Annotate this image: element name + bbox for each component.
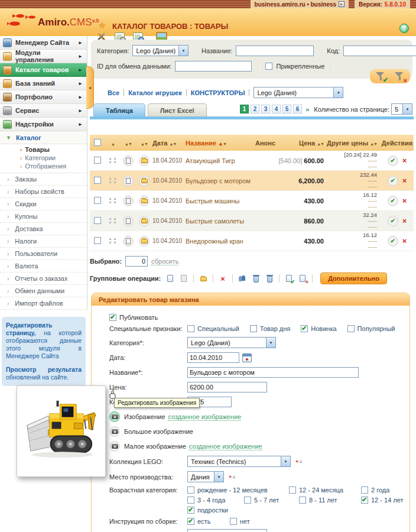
sidebar-item-service[interactable]: Сервис ► bbox=[0, 104, 87, 118]
edit-list-icon[interactable]: +≡ bbox=[229, 474, 236, 480]
sidebar-item-coupons[interactable]: ›Купоны bbox=[0, 210, 87, 223]
sidebar-item-site-manager[interactable]: Менеджер Сайта ► bbox=[0, 36, 87, 50]
copy-icon[interactable] bbox=[123, 236, 134, 246]
sidebar-item-categories[interactable]: › Категории bbox=[0, 154, 87, 162]
copy-icon[interactable] bbox=[123, 176, 134, 186]
more-pages-button[interactable]: » bbox=[306, 106, 309, 113]
duplicate-icon[interactable] bbox=[180, 274, 188, 283]
more-operations-button[interactable]: Дополнительно bbox=[320, 273, 387, 284]
move-to-category-icon[interactable] bbox=[139, 236, 150, 246]
edit-icon[interactable]: ✔ bbox=[388, 196, 398, 206]
delete-icon[interactable]: × bbox=[402, 157, 407, 164]
logout-icon[interactable]: ▸ bbox=[339, 1, 344, 7]
page-button-2[interactable]: 2 bbox=[251, 105, 259, 113]
sidebar-item-modules[interactable]: Модули управления ► bbox=[0, 50, 87, 63]
reorder-icon[interactable]: ▲▲▼▼ bbox=[108, 216, 118, 225]
collection-select[interactable]: Техникс (Technics) ▼ bbox=[187, 456, 291, 467]
special-checkbox[interactable] bbox=[187, 325, 194, 332]
origin-select[interactable]: Дания ▼ bbox=[187, 471, 224, 482]
edit-icon[interactable]: ✔ bbox=[388, 216, 398, 226]
sidebar-item-file-import[interactable]: ›Импорт файлов bbox=[0, 297, 87, 310]
created-image-link[interactable]: созданное изображение bbox=[168, 413, 241, 421]
sort-position-icon[interactable]: ▲ bbox=[111, 142, 115, 146]
sidebar-item-addons[interactable]: Надстройки ► bbox=[0, 118, 87, 131]
clear-filter-icon[interactable]: × bbox=[394, 72, 405, 82]
category-select[interactable]: Lego (Дания) ▼ bbox=[187, 337, 276, 348]
age-teens-checkbox[interactable] bbox=[187, 507, 194, 514]
help-icon[interactable]: ? bbox=[399, 24, 409, 33]
camera-icon[interactable] bbox=[109, 411, 120, 422]
sort-icon[interactable]: ▲▼ bbox=[141, 142, 148, 146]
breadcrumb-constructors[interactable]: КОНСТРУКТОРЫ bbox=[191, 89, 245, 96]
restore-icon[interactable] bbox=[265, 274, 274, 283]
age-8-11y-checkbox[interactable] bbox=[299, 497, 306, 504]
sidebar-item-knowledge-base[interactable]: База знаний ► bbox=[0, 77, 87, 90]
row-checkbox[interactable] bbox=[94, 197, 101, 204]
selected-count-input[interactable] bbox=[125, 256, 148, 267]
edit-list-icon[interactable]: +≡ bbox=[295, 459, 303, 465]
move-to-category-icon[interactable] bbox=[139, 176, 150, 186]
unpublish-icon[interactable]: × bbox=[298, 274, 307, 283]
instruction-no-checkbox[interactable] bbox=[230, 518, 237, 525]
sidebar-item-currency[interactable]: ›Валюта bbox=[0, 260, 87, 273]
row-checkbox[interactable] bbox=[94, 157, 101, 164]
reset-selection-link[interactable]: сбросить bbox=[151, 258, 178, 265]
favorite-star-icon[interactable]: ★ bbox=[98, 20, 106, 31]
sidebar-item-delivery[interactable]: ›Доставка bbox=[0, 223, 87, 235]
publish-checkbox[interactable] bbox=[109, 314, 116, 321]
age-12-24m-checkbox[interactable] bbox=[289, 486, 296, 494]
attached-checkbox[interactable] bbox=[265, 63, 272, 70]
delete-icon[interactable]: × bbox=[402, 177, 407, 184]
age-2y-checkbox[interactable] bbox=[361, 486, 368, 494]
tab-excel[interactable]: Лист Excel bbox=[148, 103, 207, 116]
delete-icon[interactable]: × bbox=[219, 274, 227, 283]
column-name[interactable]: Название ▲▼ bbox=[186, 140, 255, 147]
delete-icon[interactable]: × bbox=[402, 197, 407, 205]
move-to-category-icon[interactable] bbox=[139, 216, 150, 226]
breadcrumb-category-select[interactable]: Lego (Дания) ▼ bbox=[254, 87, 343, 98]
sidebar-item-views[interactable]: › Отображения bbox=[0, 162, 87, 170]
column-price[interactable]: Цена ▲▼ bbox=[278, 140, 326, 147]
reorder-icon[interactable]: ▲▲▼▼ bbox=[108, 176, 118, 184]
sidebar-item-property-sets[interactable]: ›Наборы свойств bbox=[0, 186, 87, 198]
copy-icon[interactable] bbox=[123, 196, 134, 206]
sidebar-item-portfolio[interactable]: Портфолио ► bbox=[0, 90, 87, 104]
code-filter-input[interactable] bbox=[343, 46, 416, 56]
sidebar-section-catalog[interactable]: ▼ Каталог bbox=[0, 131, 87, 144]
row-checkbox[interactable] bbox=[94, 217, 101, 224]
move-to-category-icon[interactable] bbox=[139, 196, 150, 206]
row-checkbox[interactable] bbox=[94, 177, 101, 184]
sidebar-item-taxes[interactable]: ›Налоги bbox=[0, 235, 87, 248]
breadcrumb-all[interactable]: Все bbox=[108, 89, 119, 96]
name-filter-input[interactable] bbox=[236, 46, 314, 56]
archive-icon[interactable] bbox=[252, 274, 260, 283]
edit-icon[interactable]: ✔ bbox=[388, 155, 398, 166]
copy-icon[interactable] bbox=[123, 155, 134, 166]
exchange-id-input[interactable] bbox=[175, 61, 252, 72]
product-name-input[interactable] bbox=[187, 367, 359, 378]
move-to-category-icon[interactable] bbox=[199, 274, 207, 283]
new-checkbox[interactable] bbox=[301, 325, 308, 332]
page-button-3[interactable]: 3 bbox=[261, 105, 270, 113]
reorder-icon[interactable]: ▲▲▼▼ bbox=[108, 236, 118, 245]
page-button-1[interactable]: 1 bbox=[240, 105, 249, 113]
select-all-checkbox[interactable] bbox=[94, 139, 101, 146]
age-5-7y-checkbox[interactable] bbox=[244, 497, 251, 504]
parts-count-input[interactable] bbox=[187, 529, 267, 532]
users-icon[interactable] bbox=[238, 274, 246, 283]
sidebar-item-products[interactable]: › Товары bbox=[0, 145, 87, 154]
reorder-icon[interactable]: ▲▲▼▼ bbox=[108, 156, 118, 164]
column-date[interactable]: Дата ▲▼ bbox=[152, 140, 186, 147]
sidebar-item-catalog[interactable]: Каталог товаров ► bbox=[0, 63, 87, 77]
age-12-14y-checkbox[interactable] bbox=[361, 497, 368, 504]
edit-icon[interactable]: ✔ bbox=[388, 236, 398, 246]
sidebar-item-data-exchange[interactable]: ›Обмен данными bbox=[0, 285, 87, 297]
date-input[interactable] bbox=[187, 352, 239, 363]
page-button-6[interactable]: 6 bbox=[293, 105, 302, 113]
copy-icon[interactable] bbox=[123, 216, 134, 226]
sidebar-item-order-reports[interactable]: ›Отчеты о заказах bbox=[0, 273, 87, 285]
copy-icon[interactable] bbox=[166, 274, 174, 283]
edit-icon[interactable]: ✔ bbox=[388, 176, 398, 186]
age-3-4y-checkbox[interactable] bbox=[187, 497, 194, 504]
per-page-select[interactable]: 5 ▼ bbox=[391, 103, 412, 115]
